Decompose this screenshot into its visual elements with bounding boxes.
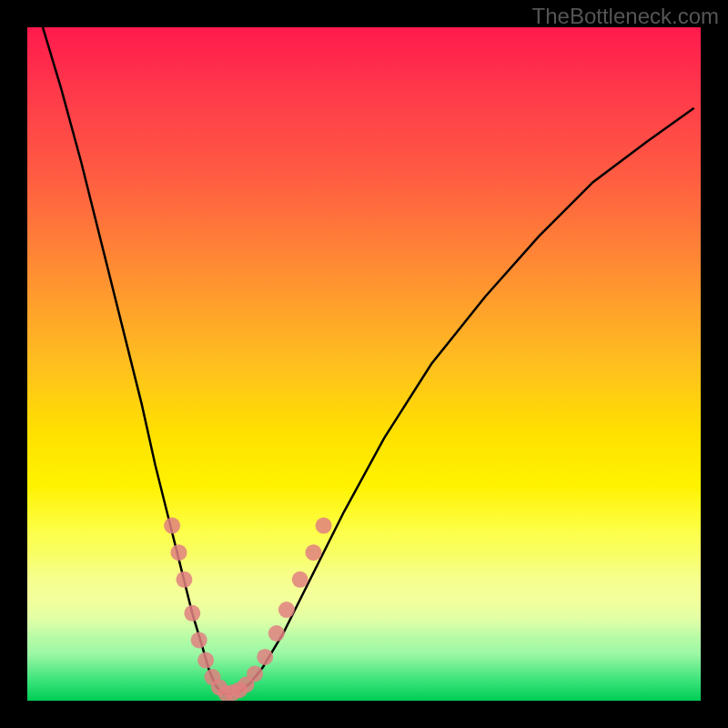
- marker-point: [191, 632, 207, 648]
- chart-frame: TheBottleneck.com: [0, 0, 728, 728]
- marker-point: [164, 518, 180, 534]
- marker-point: [171, 544, 187, 561]
- watermark-text: TheBottleneck.com: [532, 4, 719, 29]
- marker-point: [247, 665, 263, 682]
- marker-point: [278, 602, 295, 618]
- bottleneck-curve: [41, 27, 694, 694]
- marker-point: [257, 649, 273, 665]
- marker-point: [268, 625, 285, 642]
- marker-point: [316, 518, 332, 534]
- marker-point: [176, 571, 192, 588]
- plot-area: [27, 27, 701, 701]
- markers-group: [164, 518, 332, 701]
- marker-point: [306, 544, 322, 561]
- curve-svg: [27, 27, 701, 701]
- marker-point: [292, 571, 308, 588]
- marker-point: [197, 652, 214, 669]
- marker-point: [184, 605, 200, 622]
